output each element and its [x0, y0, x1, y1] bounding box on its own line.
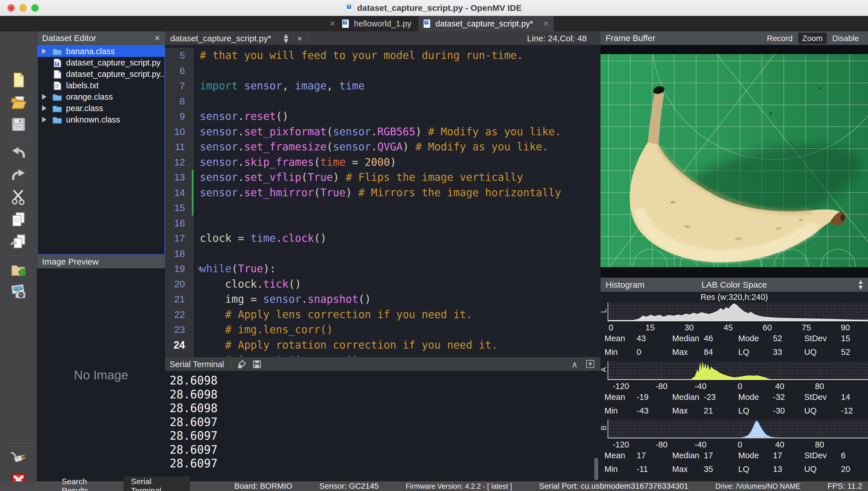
histogram-plot-a — [608, 361, 868, 380]
tree-item-unknown-class[interactable]: unknown.class — [37, 114, 164, 125]
frame-buffer-button-zoom[interactable]: Zoom — [798, 33, 827, 44]
tree-item-label: unknown.class — [66, 115, 120, 124]
minimize-window-button[interactable] — [19, 4, 27, 12]
dataset-editor-header: Dataset Editor × — [37, 31, 165, 45]
close-window-button[interactable] — [7, 4, 15, 12]
code-token: snapshot — [308, 293, 358, 305]
axis-tick: -40 — [695, 382, 707, 391]
code-token: sensor — [244, 80, 282, 92]
zoom-window-button[interactable] — [31, 4, 39, 12]
axis-tick: 0 — [609, 323, 613, 333]
tree-item-pear-class[interactable]: pear.class — [37, 103, 164, 114]
open-file-button[interactable] — [10, 94, 27, 111]
tree-item-dataset-capture-script-py-[interactable]: dataset_capture_script.py.... — [37, 68, 164, 80]
paste-button[interactable] — [10, 233, 27, 250]
code-token: ) — [403, 141, 415, 153]
connect-icon — [10, 449, 27, 465]
expand-arrow-icon[interactable] — [42, 94, 46, 100]
line-number: 12 — [165, 155, 193, 170]
line-number: 22 — [165, 307, 193, 322]
channel-label-b: B — [599, 424, 608, 432]
channel-label-a: A — [599, 366, 608, 373]
close-tab-icon[interactable]: × — [327, 18, 338, 29]
terminal-line: 28.6097 — [169, 443, 600, 457]
code-token: # img.lens_corr() — [225, 323, 333, 336]
capture-data-button[interactable] — [10, 283, 27, 300]
stat-value: 14 — [841, 393, 850, 402]
copy-button[interactable] — [10, 211, 27, 228]
serial-terminal-output[interactable]: 28.609828.609828.609828.609728.609728.60… — [165, 371, 600, 481]
line-number: 23 — [165, 322, 193, 338]
color-space-select[interactable]: LAB Color Space — [600, 280, 868, 290]
axis-tick: 40 — [775, 382, 784, 391]
stat-label: Max — [672, 406, 688, 415]
color-space-dropdown-icon[interactable]: ▲▼ — [857, 279, 864, 290]
close-tab-icon[interactable]: × — [541, 18, 551, 29]
tree-item-dataset-capture-script-py[interactable]: dataset_capture_script.py — [37, 57, 164, 68]
cut-button[interactable] — [10, 189, 27, 205]
line-number: 15 — [165, 200, 193, 215]
code-token: . — [371, 141, 377, 153]
code-token: . — [301, 293, 307, 305]
code-text — [193, 63, 200, 79]
code-token: sensor — [200, 125, 238, 138]
code-text — [193, 215, 200, 231]
close-panel-icon[interactable]: × — [155, 33, 160, 43]
close-document-icon[interactable]: × — [294, 33, 305, 44]
collapse-terminal-icon[interactable]: ∧ — [571, 359, 578, 369]
frame-buffer-button-record[interactable]: Record — [763, 33, 797, 44]
code-token: ( — [314, 156, 320, 168]
serial-terminal-header: Serial Terminal ∧ ▼ — [165, 357, 600, 371]
tree-item-banana-class[interactable]: banana.class — [37, 46, 164, 57]
code-editor[interactable]: 5# that you will feed to your model duri… — [165, 45, 600, 357]
document-title[interactable]: dataset_capture_script.py* — [170, 34, 271, 43]
change-marker — [192, 185, 193, 201]
code-token: . — [371, 125, 377, 138]
fold-arrow-icon[interactable]: ˅ — [198, 261, 202, 277]
stat-label: StDev — [804, 451, 827, 460]
window-title: dataset_capture_script.py - OpenMV IDE — [357, 3, 522, 13]
stat-label: Mode — [738, 451, 759, 460]
code-line: 7import sensor, image, time — [165, 78, 600, 94]
tree-item-orange-class[interactable]: orange.class — [37, 91, 164, 103]
expand-arrow-icon[interactable] — [42, 117, 46, 122]
redo-icon — [10, 167, 27, 183]
new-file-button[interactable] — [10, 72, 27, 88]
redo-button[interactable] — [10, 167, 27, 183]
stat-value: 13 — [773, 464, 782, 474]
undo-button[interactable] — [10, 144, 27, 161]
code-token: # Modify as you like. — [428, 125, 561, 138]
openmv-ide-window: dataset_capture_script.py - OpenMV IDE ×… — [0, 0, 868, 491]
divider — [277, 33, 278, 43]
statusbar-tab-search-results[interactable]: Search Results — [54, 476, 122, 491]
frame-buffer-image — [600, 54, 868, 267]
expand-arrow-icon[interactable] — [42, 49, 46, 54]
statusbar-tab-serial-terminal[interactable]: Serial Terminal — [124, 476, 190, 491]
tab-dataset-capture-script[interactable]: dataset_capture_script.py* × — [418, 16, 554, 31]
save-log-icon[interactable] — [252, 359, 262, 369]
code-token: . — [238, 186, 244, 199]
save-file-button[interactable] — [10, 116, 27, 133]
line-number: 7 — [165, 78, 193, 94]
stat-value: 21 — [704, 406, 713, 415]
new-class-folder-button[interactable] — [10, 261, 27, 278]
axis-tick: -120 — [613, 382, 629, 391]
connect-button[interactable] — [10, 449, 27, 465]
tab-helloworld[interactable]: helloworld_1.py — [354, 19, 411, 28]
expand-arrow-icon[interactable] — [42, 105, 46, 111]
histogram-stats-b-row1: Mean17Median17Mode17StDev6 — [600, 451, 868, 461]
terminal-scrollbar[interactable] — [594, 458, 598, 480]
tree-item-labels-txt[interactable]: labels.txt — [37, 80, 164, 91]
code-text: clock.tick() — [193, 277, 301, 292]
document-selector-icon[interactable]: ▲▼ — [282, 33, 290, 43]
clear-terminal-icon[interactable] — [237, 359, 246, 369]
frame-buffer-button-disable[interactable]: Disable — [829, 33, 863, 44]
stat-value: -11 — [637, 464, 648, 474]
code-token: , — [327, 80, 340, 92]
image-preview-panel: No Image — [37, 268, 165, 481]
stat-label: LQ — [738, 464, 749, 474]
code-token: img = — [200, 293, 263, 305]
dock-terminal-icon[interactable]: ▼ — [586, 360, 594, 368]
histogram-axis-a: -120-80-4004080 — [608, 381, 868, 391]
no-image-placeholder: No Image — [74, 368, 128, 382]
